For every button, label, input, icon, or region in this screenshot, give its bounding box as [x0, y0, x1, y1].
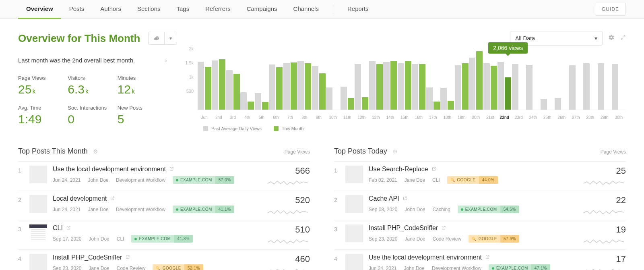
referrer-badge[interactable]: EXAMPLE.COM41.1% — [173, 206, 234, 213]
x-label: 14th — [383, 115, 398, 120]
bar-group[interactable] — [612, 54, 626, 110]
external-link-icon[interactable] — [441, 225, 446, 231]
tab-reports[interactable]: Reports — [339, 0, 377, 19]
x-label: 18th — [440, 115, 455, 120]
bar-group[interactable] — [326, 54, 341, 110]
announce-dropdown[interactable]: ▾ — [148, 32, 177, 45]
bar-group[interactable] — [512, 54, 526, 110]
post-thumbnail — [29, 254, 47, 270]
bar-past — [412, 64, 418, 110]
guide-button[interactable]: GUIDE — [595, 3, 626, 16]
bar-group[interactable] — [283, 54, 297, 110]
referrer-pct: 41.3% — [174, 235, 193, 243]
tab-posts[interactable]: Posts — [61, 0, 93, 19]
bar-group[interactable] — [412, 54, 426, 110]
bar-group[interactable] — [569, 54, 583, 110]
bar-past — [383, 62, 390, 110]
caret-down-icon: ▾ — [164, 32, 177, 44]
bar-group[interactable] — [226, 54, 240, 110]
sparkline — [266, 179, 310, 187]
bar-group[interactable] — [583, 54, 598, 110]
y-tick: 1k — [189, 75, 194, 79]
bar-group[interactable] — [555, 54, 569, 110]
referrer-badge[interactable]: EXAMPLE.COM41.3% — [131, 235, 193, 243]
external-link-icon[interactable] — [125, 255, 130, 261]
metric-page-views: Page Views25k — [18, 75, 68, 96]
post-rank: 4 — [334, 254, 340, 262]
tab-overview[interactable]: Overview — [18, 0, 61, 19]
post-row[interactable]: 1Use Search-ReplaceFeb 02, 2021Jane DoeC… — [334, 161, 626, 191]
post-thumbnail — [345, 254, 363, 270]
tab-channels[interactable]: Channels — [285, 0, 327, 19]
external-link-icon[interactable] — [485, 255, 490, 261]
data-filter-value: All Data — [515, 35, 535, 42]
x-label: 6th — [269, 115, 283, 120]
external-link-icon[interactable] — [431, 166, 436, 172]
external-link-icon[interactable] — [66, 225, 71, 231]
tab-campaigns[interactable]: Campaigns — [239, 0, 285, 19]
referrer-badge[interactable]: GOOGLE52.1% — [153, 264, 203, 270]
legend-item[interactable]: Past Average Daily Views — [203, 126, 262, 131]
top-nav: OverviewPostsAuthorsSectionsTagsReferrer… — [0, 0, 644, 19]
bar-group[interactable] — [297, 54, 312, 110]
referrer-badge[interactable]: EXAMPLE.COM54.5% — [458, 206, 519, 213]
expand-icon[interactable] — [620, 35, 626, 42]
post-section: Development Workflow — [116, 207, 165, 212]
bar-group[interactable] — [483, 54, 497, 110]
bar-group[interactable] — [597, 54, 612, 110]
tab-referrers[interactable]: Referrers — [197, 0, 239, 19]
bar-group[interactable] — [497, 54, 512, 110]
bar-group[interactable] — [454, 54, 469, 110]
post-row[interactable]: 2Cache APISep 08, 2020John DoeCaching EX… — [334, 191, 626, 220]
external-link-icon[interactable] — [110, 196, 115, 202]
bar-group[interactable] — [426, 54, 440, 110]
external-link-icon[interactable] — [402, 196, 407, 202]
post-value: 520 — [266, 195, 310, 206]
bar-group[interactable] — [340, 54, 355, 110]
bar-current — [476, 51, 483, 110]
bar-current — [433, 102, 440, 110]
referrer-badge[interactable]: GOOGLE44.0% — [447, 176, 498, 184]
bar-group[interactable] — [440, 54, 455, 110]
referrer-badge[interactable]: EXAMPLE.COM47.1% — [489, 264, 550, 270]
post-author: John Doe — [405, 207, 425, 212]
bar-group[interactable] — [240, 54, 255, 110]
search-icon — [156, 266, 161, 270]
bar-group[interactable] — [197, 54, 212, 110]
referrer-source: EXAMPLE.COM — [496, 266, 528, 270]
metric-value: 0 — [68, 112, 117, 126]
bar-group[interactable] — [312, 54, 326, 110]
legend-item[interactable]: This Month — [274, 126, 303, 131]
x-label: 9th — [312, 115, 326, 120]
insight-row[interactable]: Last month was the 2nd overall best mont… — [18, 54, 167, 71]
referrer-badge[interactable]: EXAMPLE.COM57.0% — [173, 176, 234, 184]
post-row[interactable]: 1Use the local development environmentJu… — [18, 161, 310, 191]
bar-group[interactable] — [526, 54, 541, 110]
metric-soc: Soc. Interactions0 — [68, 105, 117, 126]
bar-group[interactable] — [254, 54, 269, 110]
post-row[interactable]: 2Local developmentJun 24, 2021Jane DoeDe… — [18, 191, 310, 220]
bar-group[interactable] — [540, 54, 555, 110]
gear-icon[interactable] — [608, 34, 615, 42]
tab-tags[interactable]: Tags — [168, 0, 197, 19]
post-row[interactable]: 4Install PHP_CodeSnifferSep 23, 2020Jane… — [18, 249, 310, 270]
gear-icon[interactable]: ⚙ — [93, 148, 98, 155]
bar-group[interactable] — [369, 54, 383, 110]
bar-group[interactable] — [383, 54, 398, 110]
tab-sections[interactable]: Sections — [129, 0, 169, 19]
x-label: 5th — [254, 115, 269, 120]
referrer-badge[interactable]: GOOGLE57.9% — [469, 235, 519, 243]
bar-group[interactable] — [269, 54, 283, 110]
post-row[interactable]: 3CLISep 17, 2020John DoeCLI EXAMPLE.COM4… — [18, 220, 310, 249]
x-label: 27th — [569, 115, 583, 120]
tab-authors[interactable]: Authors — [92, 0, 129, 19]
bar-current — [362, 97, 368, 110]
gear-icon[interactable]: ⚙ — [392, 148, 398, 155]
bar-group[interactable] — [212, 54, 226, 110]
post-row[interactable]: 3Install PHP_CodeSnifferSep 23, 2020Jane… — [334, 220, 626, 249]
bar-group[interactable] — [397, 54, 412, 110]
bar-group[interactable] — [355, 54, 369, 110]
bar-group[interactable] — [469, 54, 483, 110]
external-link-icon[interactable] — [169, 166, 174, 172]
post-row[interactable]: 4Use the local development environmentJu… — [334, 249, 626, 270]
